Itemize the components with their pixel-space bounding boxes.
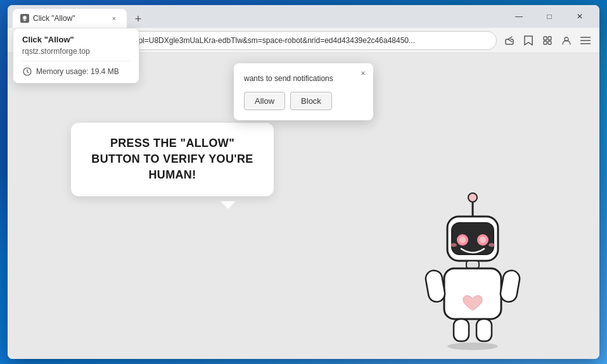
tab-close-button[interactable]: ×	[109, 13, 119, 23]
svg-rect-21	[466, 261, 479, 268]
browser-tab[interactable]: Click "Allow" ×	[13, 9, 127, 28]
svg-rect-5	[544, 41, 547, 44]
close-button[interactable]: ✕	[565, 6, 594, 27]
minimize-button[interactable]: —	[504, 6, 534, 27]
svg-rect-25	[454, 319, 469, 341]
svg-point-19	[450, 243, 457, 247]
notification-popup: × wants to send notifications Allow Bloc…	[234, 63, 373, 120]
svg-rect-6	[548, 41, 551, 44]
speech-text: PRESS THE "ALLOW" BUTTON TO VERIFY YOU'R…	[86, 135, 259, 184]
speech-bubble: PRESS THE "ALLOW" BUTTON TO VERIFY YOU'R…	[71, 123, 274, 196]
notification-buttons: Allow Block	[244, 92, 363, 110]
notification-close-button[interactable]: ×	[358, 68, 368, 78]
bookmark-icon[interactable]	[520, 32, 537, 49]
tooltip-title: Click "Allow"	[22, 35, 130, 44]
notification-body: wants to send notifications	[244, 73, 363, 84]
memory-icon	[22, 66, 32, 77]
menu-icon[interactable]	[577, 32, 594, 49]
window-controls: — □ ✕	[504, 6, 594, 27]
svg-rect-4	[548, 37, 551, 40]
svg-rect-22	[444, 268, 501, 319]
svg-rect-26	[476, 319, 492, 341]
tab-title: Click "Allow"	[33, 14, 105, 23]
svg-point-17	[459, 237, 466, 243]
page-content: × wants to send notifications Allow Bloc…	[8, 53, 599, 359]
profile-icon[interactable]	[558, 32, 575, 49]
svg-rect-24	[499, 269, 521, 303]
tab-favicon	[20, 14, 29, 23]
svg-rect-1	[23, 20, 26, 21]
svg-point-27	[447, 342, 498, 350]
block-button[interactable]: Block	[290, 92, 332, 110]
svg-rect-23	[425, 269, 446, 303]
maximize-button[interactable]: □	[535, 6, 564, 27]
robot-character	[409, 188, 536, 346]
allow-button[interactable]: Allow	[244, 92, 285, 110]
share-icon[interactable]	[501, 32, 518, 49]
toolbar-icons	[501, 32, 594, 49]
tooltip-url: rqstz.stormforge.top	[22, 47, 130, 56]
extensions-icon[interactable]	[539, 32, 556, 49]
tooltip-memory-row: Memory usage: 19.4 MB	[22, 66, 130, 77]
tab-area: Click "Allow" × +	[13, 5, 499, 28]
svg-point-12	[468, 193, 477, 202]
memory-label: Memory usage: 19.4 MB	[36, 67, 119, 76]
browser-window: Click "Allow" × + — □ ✕ Click "Allow" rq…	[8, 5, 599, 359]
svg-point-20	[489, 243, 495, 247]
svg-point-0	[23, 16, 27, 20]
title-bar: Click "Allow" × + — □ ✕ Click "Allow" rq…	[8, 5, 599, 28]
svg-rect-3	[544, 37, 547, 40]
address-box[interactable]: p/space-robot/?pl=U8DXgle3mUaLKra-edbTlw…	[77, 31, 497, 50]
tab-tooltip: Click "Allow" rqstz.stormforge.top Memor…	[13, 28, 139, 84]
svg-point-18	[480, 237, 486, 243]
tooltip-divider	[22, 61, 130, 61]
new-tab-button[interactable]: +	[129, 10, 147, 28]
